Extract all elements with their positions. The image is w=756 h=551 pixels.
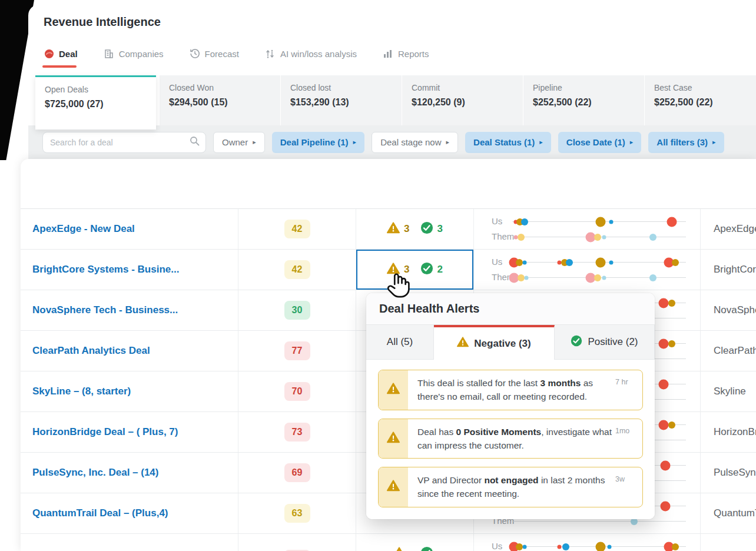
card-label: Closed Won <box>169 83 271 92</box>
alert-timestamp: 7 hr <box>615 370 642 410</box>
filter-pill-close-date-1-[interactable]: Close Date (1)▸ <box>558 132 642 153</box>
filter-pill-deal-stage-now[interactable]: Deal stage now▸ <box>372 132 458 153</box>
card-label: Best Case <box>654 83 747 92</box>
deal-health-cell[interactable]: 32 <box>387 262 443 278</box>
engagement-dot <box>658 339 668 349</box>
deal-name-link[interactable]: SkyLine – (8, starter) <box>21 386 131 397</box>
engagement-cell: UsThem <box>474 250 701 290</box>
chevron-right-icon: ▸ <box>539 138 543 146</box>
popup-tab-label: Positive (2) <box>588 336 638 348</box>
nav-tab-forecast[interactable]: Forecast <box>190 48 239 59</box>
engagement-dot <box>667 217 677 227</box>
engagement-dot <box>518 234 525 241</box>
engagement-dot <box>649 274 656 281</box>
active-tab-underline <box>42 65 77 68</box>
alert-timestamp: 3w <box>615 467 642 507</box>
warning-triangle-icon <box>393 546 406 551</box>
engagement-dot <box>596 542 606 551</box>
engagement-dot <box>658 298 668 308</box>
table-row: BrightCore Systems - Busine...4232UsThem… <box>21 250 756 290</box>
main-nav: DealCompaniesForecastAI win/loss analysi… <box>44 48 429 59</box>
positive-count: 2 <box>437 264 443 276</box>
engagement-dot <box>522 545 526 549</box>
positive-count: 3 <box>437 223 443 235</box>
deal-health-cell[interactable] <box>393 546 437 551</box>
search-icon <box>190 136 200 148</box>
engagement-dot <box>658 420 668 430</box>
engagement-dot <box>658 380 668 390</box>
popup-tab-label: All (5) <box>387 336 413 348</box>
deal-name-link[interactable]: BrightCore Systems - Busine... <box>21 264 179 276</box>
engagement-dot <box>602 235 606 240</box>
deal-logo-icon <box>44 48 54 59</box>
pill-label: Owner <box>222 137 248 147</box>
alert-card: Deal has 0 Positive Moments, investigate… <box>378 419 643 459</box>
deal-name-link[interactable]: QuantumTrail Deal – (Plus,4) <box>21 507 168 519</box>
filter-pill-owner[interactable]: Owner▸ <box>213 132 265 153</box>
engagement-dot <box>516 543 523 550</box>
engagement-cell: UsThem <box>474 209 701 249</box>
filter-pill-all-filters-3-[interactable]: All filters (3)▸ <box>648 132 724 153</box>
deal-name-link[interactable]: NovaSphere Tech - Business... <box>21 304 178 316</box>
nav-tab-companies[interactable]: Companies <box>104 48 164 59</box>
warning-triangle-icon <box>387 431 400 446</box>
summary-card-commit[interactable]: Commit$120,250 (9) <box>402 75 523 125</box>
engagement-dot <box>672 543 679 550</box>
filter-pill-deal-status-1-[interactable]: Deal Status (1)▸ <box>465 132 551 153</box>
risk-score-badge: 63 <box>284 504 310 523</box>
risk-score-badge: 42 <box>284 260 310 279</box>
engagement-dot <box>594 234 601 241</box>
warning-triangle-icon <box>387 479 400 494</box>
engagement-dot <box>602 276 606 280</box>
card-value: $252,500 (22) <box>533 97 635 108</box>
popup-tab-negative-3-[interactable]: Negative (3) <box>434 325 555 360</box>
engagement-dot <box>516 259 523 266</box>
engagement-dot <box>562 543 569 550</box>
engagement-dot <box>522 261 526 265</box>
engagement-them-timeline <box>512 237 686 237</box>
table-header-row <box>21 159 756 209</box>
summary-card-pipeline[interactable]: Pipeline$252,500 (22) <box>523 75 644 125</box>
check-circle-icon <box>420 221 433 237</box>
nav-tab-ai-win-loss-analysis[interactable]: AI win/loss analysis <box>265 48 357 59</box>
summary-card-closed-won[interactable]: Closed Won$294,500 (15) <box>160 75 280 125</box>
table-row: ApexEdge - New Deal4233UsThemApexEdge <box>21 209 756 250</box>
engagement-dot <box>596 217 606 227</box>
engagement-dot <box>594 274 601 281</box>
pill-label: All filters (3) <box>656 137 708 147</box>
engagement-dot <box>596 258 606 268</box>
deal-name-link[interactable]: PulseSync, Inc. Deal – (14) <box>21 467 158 479</box>
deal-health-cell[interactable]: 33 <box>387 221 443 237</box>
summary-card-open-deals[interactable]: Open Deals$725,000 (27) <box>35 75 156 130</box>
nav-tab-label: Reports <box>398 49 429 59</box>
search-input[interactable] <box>49 137 190 148</box>
company-name: NovaSphere <box>714 304 756 316</box>
bar-chart-icon <box>383 48 393 59</box>
summary-card-closed-lost[interactable]: Closed lost$153,290 (13) <box>281 75 402 125</box>
nav-tab-label: Forecast <box>205 49 239 59</box>
deal-name-link[interactable]: ClearPath Analytics Deal <box>21 345 150 357</box>
popup-alert-list: This deal is stalled for the last 3 mont… <box>366 360 655 519</box>
alert-warning-stripe <box>379 467 408 507</box>
company-name: HorizonBridge <box>714 426 756 438</box>
engagement-dot <box>668 300 675 307</box>
deal-name-link[interactable]: HorizonBridge Deal – ( Plus, 7) <box>21 426 178 438</box>
popup-tabs: All (5)Negative (3)Positive (2) <box>366 325 655 360</box>
deal-name-link[interactable]: ApexEdge - New Deal <box>21 223 135 235</box>
popup-tab-label: Negative (3) <box>474 338 530 350</box>
summary-card-best-case[interactable]: Best Case$252,500 (22) <box>645 75 756 125</box>
engagement-dot <box>521 218 528 225</box>
company-name: BrightCore <box>714 264 756 276</box>
card-value: $294,500 (15) <box>169 97 271 108</box>
warning-triangle-icon <box>387 382 400 397</box>
engagement-dot <box>668 421 675 429</box>
page-title: Revenue Intelligence <box>44 15 161 29</box>
nav-tab-label: Companies <box>119 49 164 59</box>
nav-tab-reports[interactable]: Reports <box>383 48 429 59</box>
popup-tab-all-5-[interactable]: All (5) <box>366 325 434 360</box>
nav-tab-deal[interactable]: Deal <box>44 48 78 59</box>
filter-bar: Owner▸Deal Pipeline (1)▸Deal stage now▸D… <box>28 125 756 159</box>
filter-pill-deal-pipeline-1-[interactable]: Deal Pipeline (1)▸ <box>272 132 364 153</box>
engagement-dot <box>608 545 612 549</box>
popup-tab-positive-2-[interactable]: Positive (2) <box>555 325 655 360</box>
